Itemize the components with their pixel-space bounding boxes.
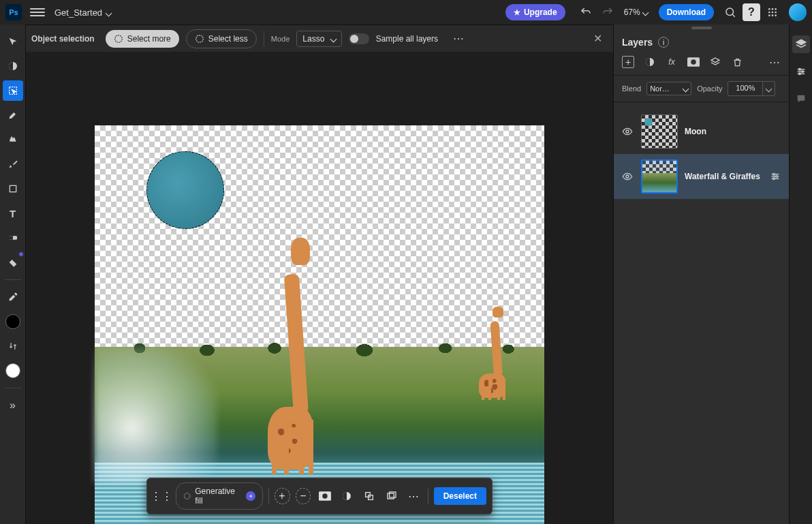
layer-row-waterfall[interactable]: Waterfall & Giraffes	[614, 154, 789, 199]
zoom-level[interactable]: 67%	[624, 7, 648, 17]
tool-eyedropper[interactable]	[3, 287, 23, 307]
menu-icon[interactable]	[30, 5, 45, 20]
svg-point-7	[775, 12, 777, 14]
layers-panel-icon[interactable]	[792, 35, 810, 53]
avatar[interactable]	[789, 3, 807, 21]
chevron-down-icon	[331, 34, 336, 44]
deselect-button[interactable]: Deselect	[434, 487, 486, 505]
canvas-area[interactable]: ⋮⋮ Generative fill ✦ + − ⋯ Deselect	[26, 52, 613, 524]
tool-name-label: Object selection	[31, 34, 95, 44]
adjust-icon[interactable]	[339, 487, 356, 505]
app-logo[interactable]: Ps	[5, 4, 22, 20]
svg-point-29	[626, 130, 629, 133]
sample-all-layers-label: Sample all layers	[376, 34, 438, 44]
tool-gradient[interactable]	[3, 228, 23, 248]
layer-stack-icon[interactable]	[709, 56, 721, 68]
moon-selection[interactable]	[146, 151, 224, 229]
mask-icon[interactable]	[316, 487, 333, 505]
info-icon[interactable]: i	[658, 37, 669, 48]
svg-point-28	[691, 59, 696, 65]
fx-icon[interactable]: fx	[666, 56, 678, 68]
document-title[interactable]: Get_Started	[54, 7, 111, 18]
tool-crop[interactable]	[3, 179, 23, 199]
fill-icon[interactable]	[383, 487, 400, 505]
tool-object-select[interactable]	[3, 80, 23, 101]
tool-text[interactable]: T	[3, 203, 23, 224]
tool-smart-fill[interactable]	[3, 252, 23, 273]
svg-line-1	[732, 14, 734, 16]
layers-list: Moon Waterfall & Giraffes	[614, 102, 789, 206]
tool-clone[interactable]	[3, 154, 23, 174]
help-icon[interactable]: ?	[743, 3, 760, 21]
generative-fill-button[interactable]: Generative fill ✦	[176, 482, 263, 510]
add-layer-icon[interactable]: +	[622, 56, 634, 68]
blend-label: Blend	[622, 84, 641, 93]
mode-label: Mode	[271, 35, 290, 43]
opacity-stepper[interactable]	[763, 81, 775, 96]
svg-rect-17	[9, 236, 13, 239]
select-more-button[interactable]: Select more	[106, 30, 179, 48]
document-title-text: Get_Started	[54, 7, 102, 18]
sample-all-layers-toggle[interactable]	[349, 33, 369, 44]
layer-thumbnail[interactable]	[641, 159, 678, 194]
svg-point-12	[196, 35, 203, 42]
expand-selection-icon[interactable]: +	[275, 488, 290, 504]
opacity-input[interactable]: 100%	[728, 81, 763, 96]
swap-colors-icon[interactable]	[3, 336, 23, 356]
mask-layer-icon[interactable]	[687, 56, 700, 68]
more-actions-icon[interactable]: ⋯	[405, 487, 422, 505]
opacity-label: Opacity	[697, 84, 722, 93]
more-options-icon[interactable]: ⋯	[449, 29, 468, 48]
layer-thumbnail[interactable]	[641, 114, 678, 149]
contract-selection-icon[interactable]: −	[295, 488, 311, 504]
svg-point-9	[772, 14, 774, 16]
layer-name: Moon	[685, 127, 781, 136]
svg-point-3	[772, 8, 774, 10]
svg-point-10	[775, 14, 777, 16]
search-icon[interactable]	[721, 3, 740, 22]
giraffe-1	[251, 245, 333, 469]
layer-row-moon[interactable]: Moon	[614, 109, 789, 154]
layer-name: Waterfall & Giraffes	[685, 172, 763, 181]
transform-icon[interactable]	[361, 487, 378, 505]
drag-handle-icon[interactable]: ⋮⋮	[153, 487, 170, 505]
adjustment-layer-icon[interactable]	[644, 56, 656, 68]
delete-layer-icon[interactable]	[731, 56, 743, 68]
svg-rect-15	[10, 185, 16, 191]
close-options-icon[interactable]: ✕	[588, 29, 608, 48]
tool-move[interactable]	[3, 31, 23, 52]
background-color[interactable]	[3, 360, 23, 381]
blend-mode-select[interactable]: Nor…	[646, 82, 691, 95]
visibility-toggle[interactable]	[622, 171, 634, 182]
svg-point-35	[776, 176, 778, 178]
svg-point-30	[626, 175, 629, 178]
blend-row: Blend Nor… Opacity 100%	[614, 76, 789, 102]
right-strip	[789, 25, 812, 524]
more-tools-icon[interactable]: »	[3, 395, 23, 416]
layers-panel: Layers i + fx ⋯ Blend Nor… Opacity 100% …	[613, 25, 789, 524]
layer-properties-icon[interactable]	[770, 171, 781, 182]
apps-grid-icon[interactable]	[763, 3, 782, 22]
comments-panel-icon[interactable]	[792, 90, 810, 108]
undo-icon[interactable]	[576, 3, 595, 22]
select-less-button[interactable]: Select less	[186, 29, 257, 48]
redo-icon[interactable]	[598, 3, 617, 22]
svg-point-8	[768, 14, 770, 16]
properties-panel-icon[interactable]	[792, 63, 810, 80]
svg-rect-25	[389, 492, 395, 497]
foreground-color[interactable]	[3, 311, 23, 332]
contextual-task-bar: ⋮⋮ Generative fill ✦ + − ⋯ Deselect	[146, 478, 493, 514]
mode-select[interactable]: Lasso	[296, 31, 341, 47]
svg-point-36	[773, 178, 775, 180]
panel-more-icon[interactable]: ⋯	[768, 56, 781, 68]
tool-spot-heal[interactable]	[3, 129, 23, 150]
tool-adjust[interactable]	[3, 56, 23, 76]
panel-drag-handle[interactable]	[614, 25, 789, 31]
canvas[interactable]	[95, 125, 544, 524]
tool-brush[interactable]	[3, 105, 23, 125]
top-bar: Ps Get_Started Upgrade 67% Download ?	[0, 0, 812, 25]
visibility-toggle[interactable]	[622, 126, 634, 137]
download-button[interactable]: Download	[659, 4, 714, 20]
upgrade-button[interactable]: Upgrade	[505, 4, 565, 20]
svg-point-0	[726, 8, 734, 16]
